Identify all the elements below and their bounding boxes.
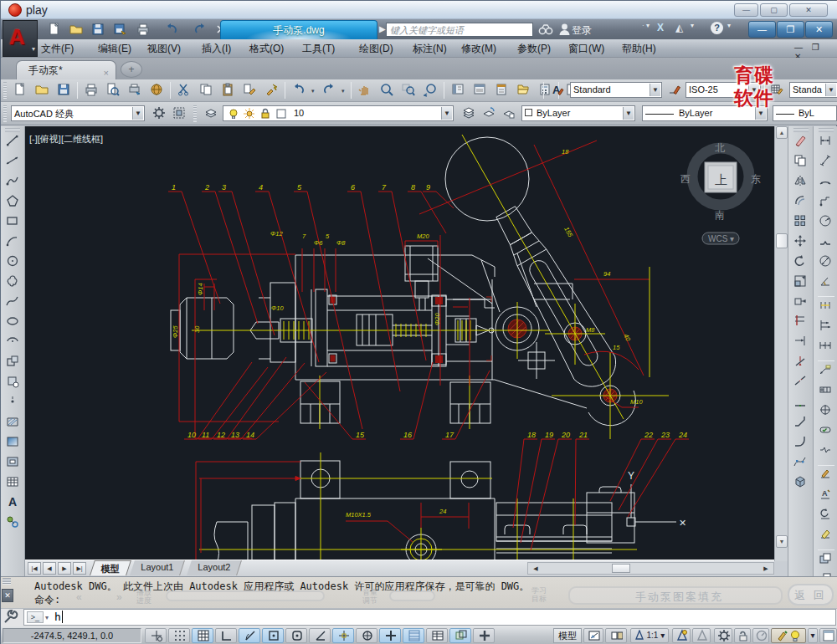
ellipse-icon[interactable] [3, 314, 23, 335]
annotation-scale-button[interactable]: 1:1 ▾ [630, 628, 669, 643]
toggle-dyn[interactable] [379, 628, 401, 643]
wsframe-icon[interactable] [170, 105, 188, 123]
menu-11[interactable]: 窗口(W) [568, 42, 604, 56]
command-input[interactable] [23, 609, 836, 626]
tab-layout1[interactable]: Layout1 [130, 560, 185, 575]
copy2-icon[interactable] [791, 154, 811, 174]
dang-icon[interactable] [816, 274, 836, 294]
earc-icon[interactable] [3, 335, 23, 355]
vertical-scrollbar[interactable]: ▲ ▼ [774, 126, 788, 561]
file-tab[interactable]: 手动泵.dwg [220, 20, 377, 39]
folder-icon[interactable] [33, 81, 51, 100]
toggle-osnap[interactable] [262, 628, 284, 643]
table-icon[interactable] [3, 475, 23, 495]
toggle-osnap2[interactable] [285, 628, 307, 643]
insblk-icon[interactable] [3, 355, 23, 375]
dupdate-icon[interactable] [816, 508, 836, 528]
erase-icon[interactable] [791, 134, 811, 154]
layeriso-icon[interactable] [500, 105, 518, 123]
viewport-label[interactable]: [-][俯视][二维线框] [29, 133, 103, 146]
move-icon[interactable] [791, 234, 811, 254]
player-volume-bar[interactable] [389, 590, 435, 601]
workspace-combo[interactable]: AutoCAD 经典▼ [11, 105, 145, 121]
dqdim-icon[interactable] [816, 299, 836, 319]
join-icon[interactable] [791, 395, 811, 415]
lock-ui-button[interactable] [734, 628, 751, 643]
toggle-angle[interactable] [309, 628, 331, 643]
dtedit-icon[interactable]: A [816, 488, 836, 508]
scroll-up-icon[interactable]: ▲ [776, 126, 788, 139]
lineweight-combo[interactable]: ByL [773, 105, 837, 121]
toggle-polar[interactable] [239, 628, 260, 643]
tab-last-icon[interactable]: ▶| [73, 562, 86, 575]
mag-icon[interactable] [377, 81, 396, 100]
dcont-icon[interactable] [816, 339, 836, 359]
circle-icon[interactable] [3, 254, 23, 274]
dbase-icon[interactable] [816, 319, 836, 339]
xline-icon[interactable] [3, 154, 23, 174]
hatch-icon[interactable] [3, 415, 23, 435]
menu-4[interactable]: 插入(I) [202, 42, 231, 56]
magprev-icon[interactable] [421, 81, 439, 100]
redo-icon[interactable] [320, 81, 338, 100]
region-icon[interactable] [3, 455, 23, 475]
dorder1-icon[interactable] [816, 552, 836, 572]
dinsp-icon[interactable] [816, 423, 836, 443]
vertical-scroll-thumb[interactable] [776, 233, 788, 248]
palette-icon[interactable] [449, 81, 467, 100]
maximize-button[interactable]: ▢ [760, 3, 788, 17]
clean-screen-button[interactable] [819, 628, 837, 643]
a360-dropdown-icon[interactable]: ▾ [691, 22, 694, 29]
scroll-left-icon[interactable]: ◀ [529, 563, 542, 575]
annotation-auto-button[interactable] [692, 628, 711, 643]
spline-icon[interactable] [3, 294, 23, 314]
layerprops-icon[interactable] [202, 105, 220, 123]
printer-icon[interactable] [133, 23, 153, 38]
user-icon[interactable] [558, 23, 571, 39]
floppy-icon[interactable] [54, 81, 73, 100]
globe-icon[interactable] [147, 81, 166, 100]
menu-7[interactable]: 绘图(D) [359, 42, 393, 56]
offset-icon[interactable] [791, 194, 811, 214]
table-style-combo[interactable]: Standa▼ [789, 82, 837, 98]
toggle-snap[interactable] [145, 628, 167, 643]
scroll-right-icon[interactable]: ▶ [759, 563, 773, 575]
magrect-icon[interactable] [399, 81, 418, 100]
page-icon[interactable] [11, 81, 29, 100]
prompt-dropdown-icon[interactable]: ▾ [45, 614, 49, 621]
command-grip[interactable] [3, 578, 11, 585]
drawing-canvas[interactable]: Y✕12345678910111213141516171819202122232… [25, 126, 774, 560]
redo-icon[interactable] [190, 23, 210, 38]
dstyle-icon[interactable] [816, 528, 836, 548]
text-style-combo[interactable]: Standard▼ [570, 82, 662, 98]
help-dropdown-icon[interactable]: ▾ [727, 22, 731, 29]
toggle-plus[interactable] [473, 628, 495, 643]
exchange-icon[interactable]: X [657, 22, 664, 33]
ddia-icon[interactable] [816, 254, 836, 274]
minimize-button[interactable]: — [734, 3, 758, 17]
toggle-ducs[interactable] [356, 628, 377, 643]
menu-9[interactable]: 修改(M) [461, 42, 496, 56]
performance-button[interactable] [752, 628, 769, 643]
dimbrush-icon[interactable] [665, 81, 684, 100]
palette2-icon[interactable] [470, 81, 489, 100]
binoculars-icon[interactable] [538, 23, 553, 38]
document-tab[interactable]: 手动泵*× [16, 60, 116, 79]
point-icon[interactable] [3, 395, 23, 415]
menu-6[interactable]: 工具(T) [302, 42, 335, 56]
layerstates-icon[interactable] [460, 105, 478, 123]
menu-2[interactable]: 编辑(E) [98, 42, 131, 56]
horizontal-scroll-thumb[interactable] [612, 564, 630, 573]
sheets-icon[interactable] [514, 81, 532, 100]
cloud-icon[interactable] [3, 274, 23, 294]
menu-8[interactable]: 标注(N) [413, 42, 447, 56]
customize-icon[interactable] [3, 609, 21, 626]
back-button[interactable]: 返 回 [788, 584, 834, 606]
floppy-icon[interactable] [88, 23, 108, 38]
menu-5[interactable]: 格式(O) [249, 42, 284, 56]
array-icon[interactable] [791, 214, 811, 234]
daligned-icon[interactable] [816, 154, 836, 174]
dedit-icon[interactable] [816, 468, 836, 488]
djogline-icon[interactable] [816, 443, 836, 463]
floppy2-icon[interactable] [110, 23, 130, 38]
